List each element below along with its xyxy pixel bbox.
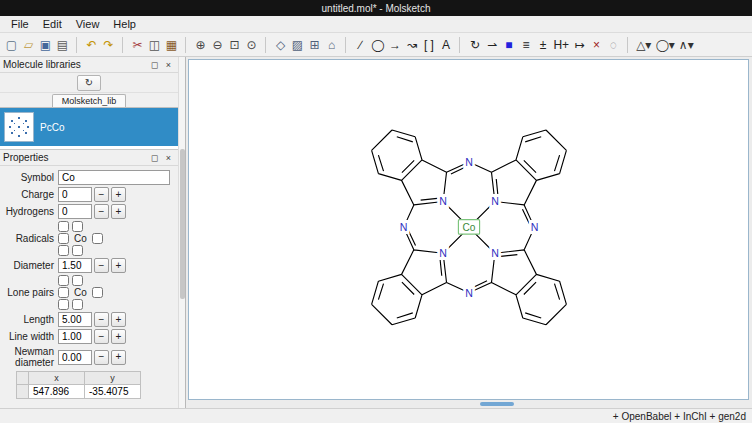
- hydrogens-decrement-button[interactable]: −: [94, 204, 109, 219]
- clean-structure-button[interactable]: ⌂: [323, 35, 340, 55]
- meso-nitrogen-label[interactable]: N: [530, 221, 538, 233]
- library-float-button[interactable]: ◻: [148, 59, 161, 71]
- lone-pair-top-right-checkbox[interactable]: [72, 275, 83, 286]
- radical-top-left-checkbox[interactable]: [58, 221, 69, 232]
- lone-pair-bottom-right-checkbox[interactable]: [72, 299, 83, 310]
- menu-view[interactable]: View: [69, 17, 107, 31]
- chain-menu-button[interactable]: ∧▾: [677, 35, 696, 55]
- properties-close-button[interactable]: ×: [162, 152, 175, 164]
- diameter-input[interactable]: [58, 258, 92, 273]
- rotate-tool-button[interactable]: ↻: [466, 35, 483, 55]
- length-input[interactable]: [58, 312, 92, 327]
- delete-tool-button[interactable]: ×: [588, 35, 605, 55]
- library-close-button[interactable]: ×: [162, 59, 175, 71]
- charge-increment-button[interactable]: +: [111, 187, 126, 202]
- copy-button[interactable]: ◫: [146, 35, 163, 55]
- tab-molsketch-lib[interactable]: Molsketch_lib: [52, 94, 127, 107]
- charge-decrement-button[interactable]: −: [94, 187, 109, 202]
- side-panel-scrollbar-thumb[interactable]: [180, 149, 185, 299]
- insert-molecule-button[interactable]: ◇: [272, 35, 289, 55]
- lone-pair-bottom-left-checkbox[interactable]: [58, 299, 69, 310]
- coordinate-x-cell[interactable]: 547.896: [29, 385, 85, 399]
- paste-button[interactable]: ▦: [163, 35, 180, 55]
- charge-tool-button[interactable]: ±: [534, 35, 551, 55]
- text-tool-button[interactable]: A: [437, 35, 454, 55]
- meso-nitrogen-label[interactable]: N: [465, 286, 473, 298]
- charge-input[interactable]: [58, 187, 92, 202]
- open-button[interactable]: ▱: [20, 35, 37, 55]
- ring5-menu-button[interactable]: △▾: [634, 35, 653, 55]
- refresh-libraries-button[interactable]: ↻: [77, 75, 101, 91]
- menu-help[interactable]: Help: [106, 17, 143, 31]
- diameter-increment-button[interactable]: +: [111, 258, 126, 273]
- radical-bottom-left-checkbox[interactable]: [58, 245, 69, 256]
- arrow-tool-icon: →: [389, 39, 401, 51]
- insert-image-button[interactable]: ▨: [289, 35, 306, 55]
- properties-float-button[interactable]: ◻: [148, 152, 161, 164]
- cut-button[interactable]: ✂: [129, 35, 146, 55]
- inner-nitrogen-label[interactable]: N: [439, 195, 447, 207]
- coordinate-y-cell[interactable]: -35.4075: [85, 385, 141, 399]
- zoom-out-button[interactable]: ⊖: [209, 35, 226, 55]
- newman-diameter-input[interactable]: [58, 350, 92, 365]
- color-tool-button[interactable]: ■: [500, 35, 517, 55]
- hydrogen-tool-button[interactable]: H+: [551, 35, 571, 55]
- side-panel-scrollbar[interactable]: [178, 57, 185, 408]
- radical-top-right-checkbox[interactable]: [72, 221, 83, 232]
- hydrogens-increment-button[interactable]: +: [111, 204, 126, 219]
- connect-tool-icon: ↦: [575, 39, 585, 51]
- redo-button[interactable]: ↷: [100, 35, 117, 55]
- zoom-fit-button[interactable]: ⊡: [226, 35, 243, 55]
- radical-left-checkbox[interactable]: [58, 233, 69, 244]
- undo-button[interactable]: ↶: [83, 35, 100, 55]
- lone-pair-right-checkbox[interactable]: [92, 287, 103, 298]
- diameter-decrement-button[interactable]: −: [94, 258, 109, 273]
- radical-right-checkbox[interactable]: [92, 233, 103, 244]
- inner-nitrogen-label[interactable]: N: [491, 195, 499, 207]
- save-button[interactable]: ▣: [37, 35, 54, 55]
- arrow-tool-button[interactable]: →: [386, 35, 403, 55]
- canvas-horizontal-scrollbar-thumb[interactable]: [480, 402, 514, 406]
- inner-nitrogen-label[interactable]: N: [439, 247, 447, 259]
- connect-tool-button[interactable]: ↦: [571, 35, 588, 55]
- lone-pair-left-checkbox[interactable]: [58, 287, 69, 298]
- canvas-horizontal-scrollbar[interactable]: [188, 400, 749, 408]
- bracket-tool-button[interactable]: [ ]: [420, 35, 437, 55]
- print-button[interactable]: ▤: [54, 35, 71, 55]
- line-width-increment-button[interactable]: +: [111, 329, 126, 344]
- zoom-original-button[interactable]: ⊙: [243, 35, 260, 55]
- cut-icon: ✂: [132, 39, 142, 51]
- newman-increment-button[interactable]: +: [111, 350, 126, 365]
- ring-tool-button[interactable]: ◯: [369, 35, 386, 55]
- symbol-input[interactable]: [58, 170, 170, 185]
- line-width-decrement-button[interactable]: −: [94, 329, 109, 344]
- lone-pair-top-left-checkbox[interactable]: [58, 275, 69, 286]
- drawing-canvas[interactable]: N N N N N N N N Co: [188, 59, 749, 400]
- lone-pairs-center-label: Co: [71, 287, 90, 298]
- menu-file[interactable]: File: [4, 17, 36, 31]
- line-width-tool-button[interactable]: ≡: [517, 35, 534, 55]
- curve-arrow-tool-button[interactable]: ↝: [403, 35, 420, 55]
- length-decrement-button[interactable]: −: [94, 312, 109, 327]
- new-button[interactable]: ▢: [3, 35, 20, 55]
- length-increment-button[interactable]: +: [111, 312, 126, 327]
- radical-bottom-right-checkbox[interactable]: [72, 245, 83, 256]
- line-width-input[interactable]: [58, 329, 92, 344]
- library-item-pcco[interactable]: PcCo: [0, 108, 178, 146]
- draw-tool-button[interactable]: ∕: [352, 35, 369, 55]
- molecule-drawing[interactable]: N N N N N N N N Co: [338, 96, 600, 358]
- cobalt-atom-label[interactable]: Co: [462, 222, 475, 233]
- coordinates-gutter-header: [17, 372, 29, 385]
- inner-nitrogen-label[interactable]: N: [491, 247, 499, 259]
- ring6-menu-button[interactable]: ◯▾: [653, 35, 676, 55]
- reaction-arrow-tool-button[interactable]: ⇀: [483, 35, 500, 55]
- zoom-in-button[interactable]: ⊕: [192, 35, 209, 55]
- library-item-thumbnail: [4, 112, 34, 142]
- lasso-tool-button[interactable]: ◌: [605, 35, 622, 55]
- hydrogens-input[interactable]: [58, 204, 92, 219]
- meso-nitrogen-label[interactable]: N: [465, 155, 473, 167]
- align-items-button[interactable]: ⊞: [306, 35, 323, 55]
- newman-decrement-button[interactable]: −: [94, 350, 109, 365]
- meso-nitrogen-label[interactable]: N: [399, 221, 407, 233]
- menu-edit[interactable]: Edit: [36, 17, 69, 31]
